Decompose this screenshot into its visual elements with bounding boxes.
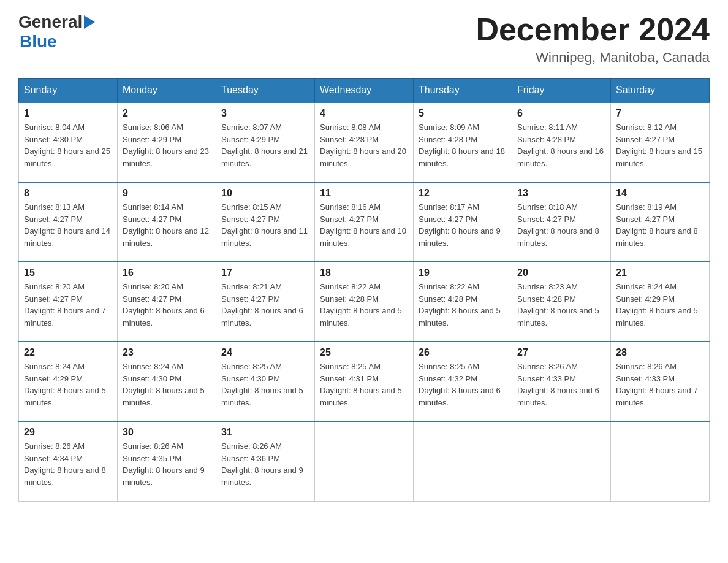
calendar-cell: 23 Sunrise: 8:24 AMSunset: 4:30 PMDaylig…: [118, 342, 216, 421]
day-number: 30: [123, 427, 211, 438]
calendar-cell: 27 Sunrise: 8:26 AMSunset: 4:33 PMDaylig…: [512, 342, 611, 421]
day-info: Sunrise: 8:24 AMSunset: 4:30 PMDaylight:…: [123, 362, 205, 407]
day-info: Sunrise: 8:13 AMSunset: 4:27 PMDaylight:…: [24, 202, 110, 248]
weekday-header-friday: Friday: [512, 79, 611, 103]
day-number: 14: [616, 188, 704, 199]
calendar-cell: [512, 421, 611, 501]
day-info: Sunrise: 8:25 AMSunset: 4:32 PMDaylight:…: [419, 362, 501, 407]
calendar-cell: [315, 421, 414, 501]
day-number: 9: [123, 188, 211, 199]
day-number: 11: [320, 188, 408, 199]
calendar-table: SundayMondayTuesdayWednesdayThursdayFrid…: [18, 78, 710, 502]
day-number: 16: [123, 267, 211, 278]
calendar-cell: 19 Sunrise: 8:22 AMSunset: 4:28 PMDaylig…: [414, 262, 512, 342]
day-number: 15: [24, 267, 112, 278]
calendar-cell: 11 Sunrise: 8:16 AMSunset: 4:27 PMDaylig…: [315, 182, 414, 262]
calendar-cell: 7 Sunrise: 8:12 AMSunset: 4:27 PMDayligh…: [611, 102, 710, 182]
day-number: 26: [419, 347, 507, 358]
day-info: Sunrise: 8:15 AMSunset: 4:27 PMDaylight:…: [221, 202, 308, 248]
day-number: 1: [24, 108, 112, 119]
day-info: Sunrise: 8:21 AMSunset: 4:27 PMDaylight:…: [221, 282, 303, 327]
weekday-header-sunday: Sunday: [19, 79, 118, 103]
calendar-cell: 29 Sunrise: 8:26 AMSunset: 4:34 PMDaylig…: [19, 421, 118, 501]
day-info: Sunrise: 8:25 AMSunset: 4:30 PMDaylight:…: [221, 362, 303, 407]
calendar-week-row: 1 Sunrise: 8:04 AMSunset: 4:30 PMDayligh…: [19, 102, 710, 182]
day-info: Sunrise: 8:17 AMSunset: 4:27 PMDaylight:…: [419, 202, 501, 248]
day-info: Sunrise: 8:26 AMSunset: 4:36 PMDaylight:…: [221, 442, 303, 487]
calendar-week-row: 29 Sunrise: 8:26 AMSunset: 4:34 PMDaylig…: [19, 421, 710, 501]
day-number: 31: [221, 427, 309, 438]
day-number: 28: [616, 347, 704, 358]
day-number: 2: [123, 108, 211, 119]
day-info: Sunrise: 8:14 AMSunset: 4:27 PMDaylight:…: [123, 202, 209, 248]
weekday-header-thursday: Thursday: [414, 79, 512, 103]
day-info: Sunrise: 8:08 AMSunset: 4:28 PMDaylight:…: [320, 123, 406, 168]
day-info: Sunrise: 8:12 AMSunset: 4:27 PMDaylight:…: [616, 123, 702, 168]
day-info: Sunrise: 8:04 AMSunset: 4:30 PMDaylight:…: [24, 123, 110, 168]
day-info: Sunrise: 8:20 AMSunset: 4:27 PMDaylight:…: [123, 282, 205, 327]
calendar-cell: 30 Sunrise: 8:26 AMSunset: 4:35 PMDaylig…: [118, 421, 216, 501]
calendar-cell: 26 Sunrise: 8:25 AMSunset: 4:32 PMDaylig…: [414, 342, 512, 421]
logo-triangle-icon: [84, 15, 95, 29]
day-number: 7: [616, 108, 704, 119]
calendar-cell: 3 Sunrise: 8:07 AMSunset: 4:29 PMDayligh…: [216, 102, 315, 182]
day-number: 6: [517, 108, 605, 119]
day-number: 3: [221, 108, 309, 119]
calendar-title: December 2024: [476, 12, 710, 47]
page-header: General Blue December 2024 Winnipeg, Man…: [18, 12, 710, 66]
calendar-cell: 21 Sunrise: 8:24 AMSunset: 4:29 PMDaylig…: [611, 262, 710, 342]
calendar-week-row: 22 Sunrise: 8:24 AMSunset: 4:29 PMDaylig…: [19, 342, 710, 421]
day-info: Sunrise: 8:26 AMSunset: 4:34 PMDaylight:…: [24, 442, 106, 487]
calendar-cell: 14 Sunrise: 8:19 AMSunset: 4:27 PMDaylig…: [611, 182, 710, 262]
day-info: Sunrise: 8:09 AMSunset: 4:28 PMDaylight:…: [419, 123, 505, 168]
calendar-cell: [414, 421, 512, 501]
day-info: Sunrise: 8:06 AMSunset: 4:29 PMDaylight:…: [123, 123, 209, 168]
day-number: 19: [419, 267, 507, 278]
title-section: December 2024 Winnipeg, Manitoba, Canada: [476, 12, 710, 66]
calendar-cell: 5 Sunrise: 8:09 AMSunset: 4:28 PMDayligh…: [414, 102, 512, 182]
calendar-cell: 2 Sunrise: 8:06 AMSunset: 4:29 PMDayligh…: [118, 102, 216, 182]
day-info: Sunrise: 8:18 AMSunset: 4:27 PMDaylight:…: [517, 202, 599, 248]
day-number: 20: [517, 267, 605, 278]
day-info: Sunrise: 8:19 AMSunset: 4:27 PMDaylight:…: [616, 202, 698, 248]
calendar-cell: 12 Sunrise: 8:17 AMSunset: 4:27 PMDaylig…: [414, 182, 512, 262]
day-info: Sunrise: 8:25 AMSunset: 4:31 PMDaylight:…: [320, 362, 402, 407]
day-info: Sunrise: 8:23 AMSunset: 4:28 PMDaylight:…: [517, 282, 599, 327]
calendar-week-row: 15 Sunrise: 8:20 AMSunset: 4:27 PMDaylig…: [19, 262, 710, 342]
weekday-header-monday: Monday: [118, 79, 216, 103]
day-number: 17: [221, 267, 309, 278]
day-number: 8: [24, 188, 112, 199]
day-info: Sunrise: 8:26 AMSunset: 4:33 PMDaylight:…: [517, 362, 599, 407]
day-number: 27: [517, 347, 605, 358]
calendar-cell: 1 Sunrise: 8:04 AMSunset: 4:30 PMDayligh…: [19, 102, 118, 182]
day-number: 22: [24, 347, 112, 358]
weekday-header-tuesday: Tuesday: [216, 79, 315, 103]
day-number: 25: [320, 347, 408, 358]
day-number: 24: [221, 347, 309, 358]
calendar-cell: 20 Sunrise: 8:23 AMSunset: 4:28 PMDaylig…: [512, 262, 611, 342]
day-info: Sunrise: 8:24 AMSunset: 4:29 PMDaylight:…: [24, 362, 106, 407]
calendar-cell: 22 Sunrise: 8:24 AMSunset: 4:29 PMDaylig…: [19, 342, 118, 421]
day-info: Sunrise: 8:26 AMSunset: 4:33 PMDaylight:…: [616, 362, 698, 407]
calendar-week-row: 8 Sunrise: 8:13 AMSunset: 4:27 PMDayligh…: [19, 182, 710, 262]
calendar-cell: 24 Sunrise: 8:25 AMSunset: 4:30 PMDaylig…: [216, 342, 315, 421]
day-number: 29: [24, 427, 112, 438]
day-number: 13: [517, 188, 605, 199]
calendar-cell: 31 Sunrise: 8:26 AMSunset: 4:36 PMDaylig…: [216, 421, 315, 501]
weekday-header-saturday: Saturday: [611, 79, 710, 103]
calendar-cell: 17 Sunrise: 8:21 AMSunset: 4:27 PMDaylig…: [216, 262, 315, 342]
day-info: Sunrise: 8:16 AMSunset: 4:27 PMDaylight:…: [320, 202, 406, 248]
day-info: Sunrise: 8:07 AMSunset: 4:29 PMDaylight:…: [221, 123, 308, 168]
calendar-cell: 18 Sunrise: 8:22 AMSunset: 4:28 PMDaylig…: [315, 262, 414, 342]
day-number: 12: [419, 188, 507, 199]
calendar-cell: 16 Sunrise: 8:20 AMSunset: 4:27 PMDaylig…: [118, 262, 216, 342]
day-number: 23: [123, 347, 211, 358]
calendar-cell: 9 Sunrise: 8:14 AMSunset: 4:27 PMDayligh…: [118, 182, 216, 262]
calendar-cell: 13 Sunrise: 8:18 AMSunset: 4:27 PMDaylig…: [512, 182, 611, 262]
day-info: Sunrise: 8:26 AMSunset: 4:35 PMDaylight:…: [123, 442, 205, 487]
day-info: Sunrise: 8:22 AMSunset: 4:28 PMDaylight:…: [419, 282, 501, 327]
calendar-cell: [611, 421, 710, 501]
day-number: 4: [320, 108, 408, 119]
day-number: 5: [419, 108, 507, 119]
day-info: Sunrise: 8:24 AMSunset: 4:29 PMDaylight:…: [616, 282, 698, 327]
